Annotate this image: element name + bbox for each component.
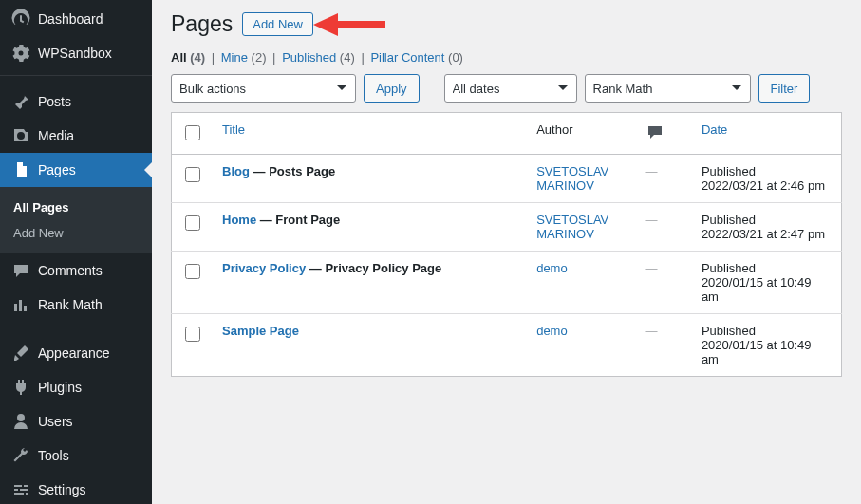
row-author-link[interactable]: SVETOSLAV MARINOV — [536, 164, 608, 193]
row-status: Published — [702, 261, 756, 275]
gauge-icon — [11, 9, 30, 28]
row-comments: — — [646, 213, 658, 227]
cog-icon — [11, 44, 30, 63]
view-all[interactable]: All (4) — [171, 50, 205, 65]
sidebar-item-label: Settings — [38, 482, 86, 497]
sidebar-item-settings[interactable]: Settings — [0, 473, 152, 504]
user-icon — [11, 412, 30, 431]
row-status: Published — [702, 164, 756, 178]
sidebar-item-dashboard[interactable]: Dashboard — [0, 2, 152, 36]
row-author-link[interactable]: demo — [536, 261, 568, 275]
column-title[interactable]: Title — [222, 122, 245, 137]
sidebar-item-label: Media — [38, 128, 74, 143]
chart-icon — [11, 295, 30, 314]
row-comments: — — [646, 261, 658, 275]
sidebar-item-pages[interactable]: Pages — [0, 153, 152, 187]
tablenav-top: Bulk actions Apply All dates Rank Math F… — [171, 74, 842, 103]
sidebar-item-users[interactable]: Users — [0, 404, 152, 439]
table-row: Home — Front PageSVETOSLAV MARINOV—Publi… — [172, 203, 842, 252]
column-date[interactable]: Date — [702, 122, 727, 137]
sidebar-item-label: Pages — [38, 162, 76, 177]
row-status: Published — [702, 324, 756, 338]
sidebar-subitem-all-pages[interactable]: All Pages — [0, 195, 152, 220]
row-date: 2022/03/21 at 2:46 pm — [702, 178, 825, 193]
row-date: 2020/01/15 at 10:49 am — [702, 275, 812, 304]
plug-icon — [11, 378, 30, 397]
sidebar-item-label: WPSandbox — [38, 46, 112, 61]
row-date: 2022/03/21 at 2:47 pm — [702, 227, 825, 241]
row-title-link[interactable]: Sample Page — [222, 324, 299, 338]
sidebar-item-plugins[interactable]: Plugins — [0, 370, 152, 404]
view-pillar[interactable]: Pillar Content (0) — [370, 50, 463, 65]
filter-button[interactable]: Filter — [758, 74, 811, 103]
sidebar-submenu-pages: All Pages Add New — [0, 187, 152, 253]
row-comments: — — [646, 164, 658, 178]
sidebar-item-label: Plugins — [38, 380, 82, 395]
view-mine[interactable]: Mine (2) — [221, 50, 267, 65]
table-row: Blog — Posts PageSVETOSLAV MARINOV—Publi… — [172, 155, 842, 203]
comment-icon — [11, 261, 30, 280]
menu-separator — [0, 327, 152, 331]
row-title-link[interactable]: Home — [222, 213, 256, 227]
rankmath-filter-select[interactable]: Rank Math — [585, 74, 751, 103]
main-content: Pages Add New All (4) | Mine (2) | Publi… — [152, 0, 861, 504]
sidebar-item-rankmath[interactable]: Rank Math — [0, 288, 152, 322]
sidebar-item-label: Dashboard — [38, 11, 103, 27]
page-title: Pages — [171, 11, 233, 37]
sidebar-item-posts[interactable]: Posts — [0, 84, 152, 119]
add-new-button[interactable]: Add New — [242, 12, 313, 36]
row-author-link[interactable]: demo — [536, 324, 568, 338]
view-filters: All (4) | Mine (2) | Published (4) | Pil… — [171, 50, 842, 65]
wrench-icon — [11, 446, 30, 465]
row-comments: — — [646, 324, 658, 338]
brush-icon — [11, 344, 30, 363]
sidebar-item-appearance[interactable]: Appearance — [0, 336, 152, 370]
sidebar-item-label: Tools — [38, 448, 69, 463]
admin-sidebar: Dashboard WPSandbox Posts Media Pages Al… — [0, 0, 152, 504]
view-published[interactable]: Published (4) — [282, 50, 355, 65]
post-state: — Privacy Policy Page — [309, 261, 441, 275]
sidebar-item-comments[interactable]: Comments — [0, 253, 152, 288]
pages-table: Title Author Date Blog — Posts PageSVETO… — [171, 112, 842, 377]
media-icon — [11, 126, 30, 145]
sliders-icon — [11, 480, 30, 499]
row-title-link[interactable]: Blog — [222, 164, 250, 178]
page-icon — [11, 160, 30, 179]
annotation-arrow-icon — [309, 9, 385, 47]
row-title-link[interactable]: Privacy Policy — [222, 261, 306, 275]
sidebar-item-label: Appearance — [38, 345, 110, 361]
table-row: Sample Pagedemo—Published2020/01/15 at 1… — [172, 314, 842, 377]
bulk-action-select[interactable]: Bulk actions — [171, 74, 356, 103]
sidebar-item-label: Rank Math — [38, 297, 103, 312]
sidebar-item-label: Users — [38, 414, 73, 429]
row-status: Published — [702, 213, 756, 227]
sidebar-item-label: Comments — [38, 263, 103, 278]
row-checkbox[interactable] — [185, 327, 200, 342]
sidebar-item-media[interactable]: Media — [0, 119, 152, 153]
row-checkbox[interactable] — [185, 215, 200, 231]
row-date: 2020/01/15 at 10:49 am — [702, 338, 812, 366]
select-all-checkbox[interactable] — [185, 125, 200, 140]
sidebar-item-tools[interactable]: Tools — [0, 439, 152, 473]
sidebar-subitem-add-new[interactable]: Add New — [0, 220, 152, 246]
row-checkbox[interactable] — [185, 264, 200, 279]
sidebar-item-wpsandbox[interactable]: WPSandbox — [0, 36, 152, 70]
row-author-link[interactable]: SVETOSLAV MARINOV — [536, 213, 608, 241]
pushpin-icon — [11, 92, 30, 111]
apply-button[interactable]: Apply — [364, 74, 420, 103]
column-comments[interactable] — [636, 113, 692, 155]
post-state: — Posts Page — [253, 164, 336, 178]
row-checkbox[interactable] — [185, 167, 200, 182]
date-filter-select[interactable]: All dates — [444, 74, 577, 103]
post-state: — Front Page — [260, 213, 341, 227]
menu-separator — [0, 75, 152, 80]
sidebar-item-label: Posts — [38, 94, 71, 109]
column-author: Author — [527, 113, 635, 155]
table-row: Privacy Policy — Privacy Policy Pagedemo… — [172, 252, 842, 314]
